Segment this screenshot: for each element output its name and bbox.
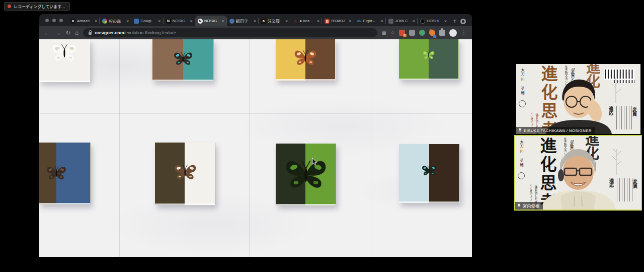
home-button[interactable]: ⌂ [75, 30, 78, 36]
mouse-cursor [312, 158, 317, 166]
toolbar-extensions: ▦ ☆ 2 ⋮ [382, 29, 467, 37]
tab-label: Eight - [363, 19, 379, 23]
butterfly-6 [172, 162, 198, 182]
wall-seam [39, 113, 472, 114]
tab-label: BYAKU [331, 19, 347, 23]
tab-label: 杉の森 [109, 18, 125, 24]
tab-close-icon[interactable]: × [95, 19, 97, 24]
browser-menu-icon[interactable]: ⋮ [461, 30, 467, 36]
favicon-join-icon [388, 19, 393, 24]
tab-nos[interactable]: ∴● nos× [290, 16, 322, 26]
book-label-mutation: 変異 [632, 179, 638, 188]
favicon-n-dark-icon: N [166, 19, 171, 24]
tab-order-history[interactable]: a注文履× [259, 16, 290, 26]
microphone-icon [517, 203, 521, 209]
participant-2-video-person [530, 148, 626, 210]
microphone-icon [518, 128, 522, 133]
extension-orange-icon[interactable] [429, 29, 436, 36]
specimen-box-6 [155, 143, 215, 205]
recording-label: レコーディングしています... [14, 4, 65, 9]
tab-byaku[interactable]: 白BYAKU× [322, 16, 354, 26]
tab-close-icon[interactable]: × [349, 19, 351, 24]
favicon-red-cluster-icon: ∴ [293, 19, 298, 24]
tab-close-icon[interactable]: × [190, 19, 192, 24]
bookmark-star-icon[interactable]: ☆ [390, 30, 395, 35]
wall-seam [119, 39, 120, 257]
new-tab-button[interactable]: + [449, 16, 460, 26]
tab-close-icon[interactable]: × [158, 19, 160, 24]
participant-2-name: 宮内俊樹 [523, 203, 539, 209]
tab-amazon[interactable]: aAmazo× [68, 16, 100, 26]
tab-list: aAmazo×杉の森×Googl×NNOSIG×NNOSIG×細田守×a注文履×… [68, 14, 449, 26]
tab-close-icon[interactable]: × [285, 19, 288, 24]
tab-strip: aAmazo×杉の森×Googl×NNOSIG×NNOSIG×細田守×a注文履×… [39, 14, 472, 26]
tab-close-icon[interactable]: × [126, 19, 129, 24]
specimen-box-8 [399, 144, 460, 203]
tab-close-icon[interactable]: × [380, 19, 383, 24]
specimen-box-3 [276, 39, 336, 81]
wall-seam [371, 39, 371, 257]
tab-hoshi[interactable]: HOSHI× [418, 16, 449, 26]
butterfly-2 [172, 50, 194, 67]
butterfly-7 [282, 155, 330, 192]
specimen-box-7 [276, 144, 336, 206]
profile-avatar[interactable] [449, 29, 457, 37]
specimen-box-5 [39, 143, 91, 205]
reading-list-icon[interactable]: ▦ [382, 30, 386, 35]
book-seal-icon [518, 172, 525, 179]
chrome-browser-window: aAmazo×杉の森×Googl×NNOSIG×NNOSIG×細田守×a注文履×… [39, 14, 472, 257]
favicon-photos-icon [134, 19, 139, 24]
tab-close-icon[interactable]: × [317, 19, 319, 24]
reload-button[interactable]: ↻ [65, 30, 70, 36]
window-controls[interactable] [44, 14, 68, 26]
address-bar[interactable]: nosigner.com/evolution-thinking-texture [83, 28, 377, 37]
extension-green-icon[interactable] [419, 30, 425, 36]
book-author: 太刀川 英輔 [520, 68, 525, 96]
minimize-window-icon[interactable] [52, 19, 56, 22]
participant-video-1[interactable]: 太刀川 英輔 進化思考 生き残るコンセプトをつくる 「変異と適応」 進化 ここま… [516, 64, 640, 134]
url-text[interactable]: nosigner.com/evolution-thinking-texture [95, 30, 176, 35]
tab-close-icon[interactable]: × [413, 19, 415, 24]
maximize-window-icon[interactable] [59, 19, 63, 22]
url-host: nosigner.com [95, 30, 124, 35]
tab-search-icon[interactable] [460, 19, 466, 24]
forward-button[interactable]: → [55, 30, 61, 36]
recording-dot-icon [8, 5, 11, 8]
tab-google[interactable]: Googl× [131, 16, 163, 26]
participant-1-nameplate: EISUKE TACHIKAWA / NOSIGNER [516, 127, 595, 134]
back-button[interactable]: ← [44, 30, 50, 36]
tab-label: Googl [140, 19, 156, 23]
butterfly-1 [50, 41, 79, 64]
tab-suginomori[interactable]: 杉の森× [100, 16, 131, 26]
extensions-puzzle-icon[interactable] [439, 30, 445, 36]
tab-join[interactable]: JOIN C× [386, 16, 418, 26]
close-window-icon[interactable] [45, 19, 49, 22]
webpage-content[interactable] [39, 39, 472, 257]
participant-video-2[interactable]: 太刀川 英輔 進化思考 生き残るコンセプトをつくる 「変異と適応」 進化 ここま… [514, 135, 642, 211]
participant-1-name: EISUKE TACHIKAWA / NOSIGNER [524, 128, 592, 133]
tab-eight[interactable]: ∞Eight -× [354, 16, 386, 26]
tab-label: Amazo [77, 19, 93, 23]
wall-seam [249, 39, 250, 257]
favicon-blue-icon [229, 19, 234, 24]
secure-lock-icon[interactable] [89, 32, 92, 35]
tab-nosigner-2[interactable]: NNOSIG× [195, 16, 227, 26]
butterfly-3 [292, 47, 318, 67]
favicon-amazon-icon: a [261, 19, 266, 24]
tab-close-icon[interactable]: × [254, 19, 256, 24]
butterfly-4 [422, 49, 436, 60]
book-seal-icon [519, 100, 526, 107]
book-author: 太刀川 英輔 [519, 140, 524, 168]
favicon-eight-icon: ∞ [357, 19, 362, 24]
favicon-byaku-icon: 白 [325, 19, 330, 24]
tab-nosigner-1[interactable]: NNOSIG× [164, 16, 195, 26]
tab-close-icon[interactable]: × [444, 19, 447, 24]
tab-label: 細田守 [236, 18, 252, 24]
participant-2-nameplate: 宮内俊樹 [515, 202, 543, 210]
tab-hosoda[interactable]: 細田守× [227, 16, 259, 26]
extension-chat-icon[interactable] [409, 30, 415, 36]
tab-close-icon[interactable]: × [222, 19, 224, 24]
specimen-box-1 [39, 39, 90, 82]
favicon-n-light-icon: N [198, 19, 203, 24]
extension-red-icon[interactable]: 2 [399, 30, 405, 36]
